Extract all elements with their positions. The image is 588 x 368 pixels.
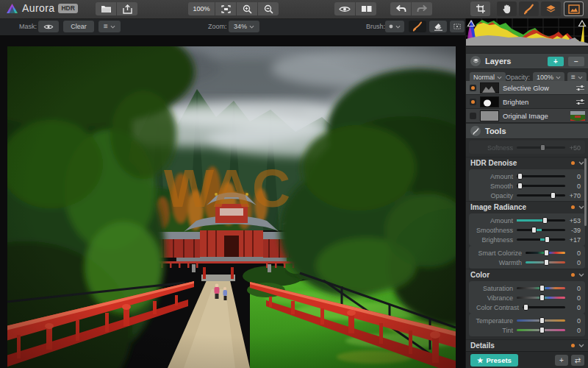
- tint-slider[interactable]: [517, 326, 565, 334]
- section-details[interactable]: Details: [466, 339, 588, 351]
- paint-brush-mode-button[interactable]: [409, 21, 426, 32]
- blend-mode-value: Normal: [473, 74, 495, 81]
- section-enabled-dot[interactable]: [571, 205, 575, 209]
- softness-group: Softness +50: [469, 141, 585, 154]
- fit-screen-icon: [221, 5, 231, 13]
- compare-split-button[interactable]: [356, 2, 376, 15]
- layer-visibility-toggle[interactable]: [470, 85, 476, 91]
- smoothness-slider[interactable]: [517, 226, 565, 234]
- softness-slider[interactable]: [517, 144, 565, 152]
- layer-row-original-image[interactable]: Original Image: [466, 109, 588, 123]
- tools-title: Tools: [485, 127, 584, 135]
- smooth-slider[interactable]: [517, 182, 565, 190]
- mask-menu-button[interactable]: ≡: [98, 21, 121, 32]
- mask-visibility-button[interactable]: [38, 21, 59, 32]
- temperature-slider[interactable]: [517, 316, 565, 325]
- layer-mask-thumbnail[interactable]: [480, 82, 499, 93]
- layer-settings-icon[interactable]: [576, 99, 585, 105]
- section-color[interactable]: Color: [466, 269, 588, 280]
- layers-section-icon: [470, 56, 481, 66]
- eraser-mode-button[interactable]: [429, 21, 447, 32]
- layer-visibility-toggle[interactable]: [470, 99, 476, 105]
- zoom-in-button[interactable]: [237, 2, 257, 15]
- zoom-level-select[interactable]: 34%: [229, 21, 259, 32]
- zoom-in-icon: [243, 4, 252, 14]
- app-logo: Aurora HDR: [6, 2, 78, 14]
- layer-settings-icon[interactable]: [576, 85, 585, 91]
- panel-scrollbar[interactable]: [584, 158, 587, 226]
- menu-icon: ≡: [104, 23, 108, 30]
- section-image-radiance[interactable]: Image Radiance: [466, 201, 588, 213]
- sync-presets-button[interactable]: ⇄: [571, 355, 584, 366]
- slider-value: +70: [567, 192, 585, 199]
- chevron-down-icon: [249, 25, 254, 29]
- slider-value: +50: [567, 144, 585, 152]
- vibrance-slider[interactable]: [517, 294, 565, 302]
- amount-slider[interactable]: [517, 216, 565, 224]
- slider-row-amount: Amount 0: [469, 171, 585, 181]
- gradient-mask-mode-button[interactable]: [450, 21, 465, 32]
- zoom-out-button[interactable]: [258, 2, 279, 15]
- highlight-clipping-warning-icon[interactable]: [579, 21, 586, 26]
- smart-colorize-slider[interactable]: [526, 249, 565, 257]
- brush-icon: [412, 21, 423, 32]
- section-enabled-dot[interactable]: [571, 161, 575, 165]
- editing-canvas[interactable]: WAC: [0, 35, 465, 368]
- app-badge: HDR: [58, 4, 77, 13]
- amount-slider[interactable]: [517, 172, 565, 180]
- saturation-slider[interactable]: [517, 284, 565, 292]
- chevron-down-icon: [497, 76, 502, 79]
- redo-button[interactable]: [412, 2, 432, 15]
- marquee-icon: [453, 23, 461, 30]
- crop-tool-button[interactable]: [470, 1, 490, 16]
- export-button[interactable]: [117, 2, 137, 15]
- section-enabled-dot[interactable]: [571, 273, 575, 277]
- brush-tool-button[interactable]: [519, 1, 539, 16]
- mask-option-bar: Mask: Clear ≡ Zoom: 34% Brush:: [0, 18, 465, 36]
- preview-original-button[interactable]: [334, 2, 355, 15]
- brightness-slider[interactable]: [517, 236, 565, 244]
- undo-button[interactable]: [390, 2, 411, 15]
- layer-row-selective-glow[interactable]: Selective Glow: [466, 81, 588, 95]
- slider-value: 0: [567, 317, 585, 325]
- color-contrast-slider[interactable]: [523, 303, 565, 311]
- slider-value: 0: [567, 250, 585, 257]
- remove-layer-button[interactable]: −: [568, 57, 584, 66]
- layer-row-brighten[interactable]: Brighten: [466, 95, 588, 109]
- compare-icon: [361, 5, 372, 13]
- zoom-100-button[interactable]: 100%: [188, 2, 215, 15]
- aurora-logo-icon: [6, 3, 18, 14]
- warmth-slider[interactable]: [526, 258, 565, 266]
- mask-clear-button[interactable]: Clear: [63, 21, 94, 32]
- top-toolbar: Aurora HDR 100%: [0, 0, 588, 19]
- slider-label: Smoothness: [469, 227, 515, 234]
- presets-button[interactable]: ★ Presets: [470, 354, 518, 367]
- hand-icon: [502, 4, 512, 14]
- original-image-preview-thumbnail[interactable]: [570, 111, 585, 121]
- layer-mask-thumbnail[interactable]: [480, 96, 499, 107]
- slider-label: Opacity: [469, 192, 515, 199]
- opacity-slider[interactable]: [517, 191, 565, 199]
- layers-list: Selective Glow Brighten Original Image: [466, 81, 588, 123]
- hand-tool-button[interactable]: [497, 1, 517, 16]
- slider-label: Temperature: [469, 317, 515, 325]
- side-panel-toggle-button[interactable]: [564, 1, 584, 16]
- section-enabled-dot[interactable]: [571, 344, 575, 347]
- add-preset-button[interactable]: +: [555, 355, 568, 366]
- color-group: Saturation 0 Vibrance 0 Color Contrast 0: [469, 281, 585, 314]
- add-layer-button[interactable]: +: [548, 57, 564, 66]
- layers-panel-toggle-button[interactable]: [541, 1, 561, 16]
- slider-value: 0: [567, 327, 585, 334]
- brush-size-select[interactable]: [385, 21, 404, 32]
- open-file-button[interactable]: [96, 2, 116, 15]
- zoom-out-icon: [264, 4, 273, 14]
- photo-canvas[interactable]: WAC: [7, 46, 456, 368]
- layer-thumbnail[interactable]: [480, 110, 499, 121]
- section-hdr-denoise[interactable]: HDR Denoise: [466, 157, 588, 169]
- chevron-down-icon: [556, 76, 561, 79]
- histogram[interactable]: [466, 18, 588, 46]
- layer-name: Selective Glow: [503, 84, 572, 92]
- fit-screen-button[interactable]: [215, 2, 236, 15]
- layer-visibility-toggle[interactable]: [470, 113, 476, 119]
- slider-row-amount: Amount +53: [469, 216, 585, 225]
